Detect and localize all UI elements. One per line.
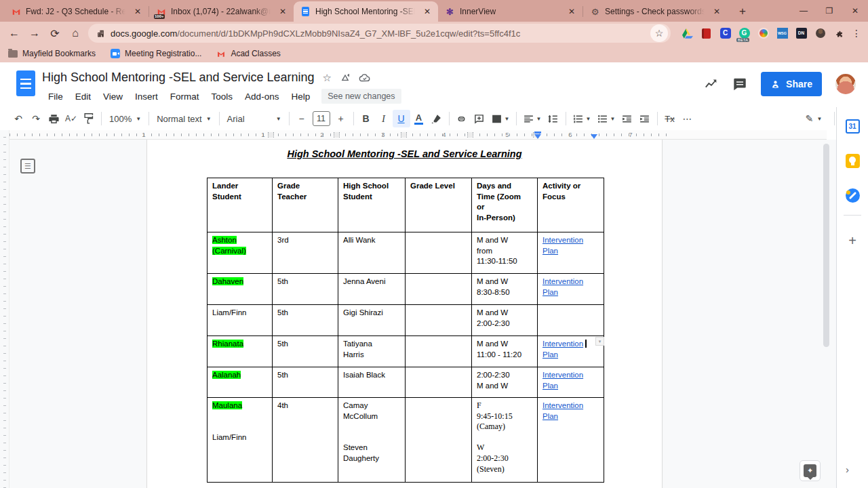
bookmark-acad-classes[interactable]: Acad Classes <box>216 49 280 58</box>
table-cell[interactable]: Activity orFocus <box>538 178 604 232</box>
reload-button[interactable]: ⟳ <box>45 24 65 43</box>
wsg-extension-icon[interactable]: WSG <box>776 28 788 39</box>
paint-format-button[interactable] <box>80 110 98 127</box>
table-cell[interactable]: Gigi Shirazi <box>338 305 406 336</box>
restore-button[interactable]: ❐ <box>816 6 842 16</box>
table-cell[interactable]: M and W2:00-2:30 <box>472 305 538 336</box>
table-cell[interactable]: InterventionPlan <box>538 274 604 305</box>
drive-extension-icon[interactable] <box>682 28 693 39</box>
star-document-icon[interactable]: ☆ <box>323 72 332 84</box>
ruler-column-marker[interactable] <box>334 132 340 138</box>
table-cell[interactable]: Aalanah <box>208 367 273 398</box>
insert-link-button[interactable] <box>453 110 471 127</box>
close-icon[interactable]: ✕ <box>132 6 143 17</box>
table-cell[interactable]: TatiyanaHarris <box>338 336 406 367</box>
intervention-plan-link[interactable]: Intervention <box>542 236 583 244</box>
align-button[interactable]: ▼ <box>520 110 545 127</box>
back-button[interactable]: ← <box>4 24 24 43</box>
table-cell[interactable]: High SchoolStudent <box>338 178 406 232</box>
tab-google-docs-active[interactable]: High School Mentoring -SEL and ✕ <box>294 1 438 22</box>
show-document-outline-icon[interactable]: ☰ <box>20 159 35 174</box>
table-cell[interactable] <box>406 336 472 367</box>
table-cell[interactable]: InterventionPlan▾ <box>538 336 604 367</box>
table-cell[interactable]: Alli Wank <box>338 232 406 274</box>
tasks-icon[interactable] <box>846 188 860 203</box>
zoom-select[interactable]: 100%▼ <box>105 110 145 127</box>
paragraph-style-select[interactable]: Normal text▼ <box>153 110 215 127</box>
table-cell[interactable]: 5th <box>273 274 338 305</box>
table-cell[interactable]: Days andTime (ZoomorIn-Person) <box>472 178 538 232</box>
highlight-color-button[interactable] <box>428 110 446 127</box>
document-title[interactable]: High School Mentoring -SEL and Service L… <box>42 70 315 85</box>
move-to-drive-icon[interactable] <box>340 73 351 83</box>
table-cell[interactable]: F9:45-10:15(Camay) W2:00-2:30(Steven) <box>472 398 538 483</box>
table-cell[interactable]: 5th <box>273 336 338 367</box>
decrease-font-size-button[interactable]: − <box>293 110 311 127</box>
see-new-changes-button[interactable]: See new changes <box>321 89 401 104</box>
table-cell[interactable] <box>406 398 472 483</box>
grammarly-extension-icon[interactable]: GBETA <box>738 28 750 39</box>
menu-insert[interactable]: Insert <box>130 89 163 104</box>
tab-gmail-thread[interactable]: Fwd: J2 - Q3 Schedule - Reply Re ✕ <box>4 1 149 22</box>
table-cell[interactable]: M and W11:00 - 11:20 <box>472 336 538 367</box>
new-tab-button[interactable]: + <box>734 5 751 18</box>
profile-extension-icon[interactable] <box>814 28 826 39</box>
table-cell[interactable]: Isaiah Black <box>338 367 406 398</box>
explore-button[interactable]: ✦ <box>800 460 821 481</box>
intervention-plan-link[interactable]: Intervention <box>542 340 583 348</box>
intervention-plan-link[interactable]: Intervention <box>542 371 583 379</box>
table-cell-dropdown[interactable]: ▾ <box>595 337 604 346</box>
add-addon-button[interactable]: + <box>848 233 856 249</box>
ruler-column-marker[interactable] <box>401 132 407 138</box>
table-cell[interactable] <box>406 232 472 274</box>
italic-button[interactable]: I <box>375 110 393 127</box>
table-cell[interactable]: GradeTeacher <box>273 178 338 232</box>
document-page[interactable]: High School Mentoring -SEL and Service L… <box>146 140 663 488</box>
table-cell[interactable]: M and Wfrom11:30-11:50 <box>472 232 538 274</box>
table-cell[interactable]: Ashton(Carnival) <box>208 232 273 274</box>
table-cell[interactable]: M and W8:30-8:50 <box>472 274 538 305</box>
print-button[interactable] <box>45 110 62 127</box>
forward-button[interactable]: → <box>24 24 45 43</box>
spelling-check-button[interactable]: A✓ <box>62 110 80 127</box>
table-cell[interactable] <box>406 305 472 336</box>
font-size-input[interactable]: 11 <box>313 111 330 126</box>
first-line-indent-marker[interactable] <box>534 134 541 139</box>
table-cell[interactable]: InterventionPlan <box>538 398 604 483</box>
decrease-indent-button[interactable] <box>618 110 636 127</box>
window-close-button[interactable]: ✕ <box>842 6 868 16</box>
intervention-plan-link[interactable]: Intervention <box>542 401 583 409</box>
tab-innerview[interactable]: ✻ InnerView ✕ <box>438 1 583 22</box>
undo-button[interactable]: ↶ <box>9 110 27 127</box>
keep-icon[interactable] <box>846 154 860 168</box>
table-cell[interactable]: Rhianata <box>208 336 273 367</box>
intervention-plan-link[interactable]: Plan <box>542 288 558 296</box>
hide-side-panel-chevron[interactable]: › <box>846 464 849 475</box>
intervention-plan-link[interactable]: Plan <box>542 382 558 390</box>
add-comment-button[interactable] <box>471 110 488 127</box>
table-cell[interactable]: LanderStudent <box>208 178 273 232</box>
table-cell[interactable]: 3rd <box>273 232 338 274</box>
document-status-cloud-icon[interactable] <box>359 72 371 84</box>
intervention-plan-link[interactable]: Plan <box>542 412 558 420</box>
close-icon[interactable]: ✕ <box>711 6 722 17</box>
address-bar[interactable]: docs.google.com/document/d/1bDKMpPh9dCXL… <box>88 24 671 43</box>
table-cell[interactable]: InterventionPlan <box>538 232 604 274</box>
calendar-icon[interactable]: 31 <box>846 119 860 134</box>
horizontal-ruler[interactable]: 11234567 <box>9 130 827 140</box>
redo-button[interactable]: ↷ <box>27 110 45 127</box>
bold-button[interactable]: B <box>357 110 375 127</box>
menu-help[interactable]: Help <box>286 89 315 104</box>
numbered-list-button[interactable]: ▼ <box>570 110 594 127</box>
bulleted-list-button[interactable]: ▼ <box>594 110 618 127</box>
vertical-scrollbar[interactable] <box>823 144 829 347</box>
chrome-menu-icon[interactable]: ⋮ <box>852 28 861 39</box>
minimize-button[interactable]: — <box>791 6 816 16</box>
home-button[interactable]: ⌂ <box>65 24 85 43</box>
table-cell[interactable]: Liam/Finn <box>208 305 273 336</box>
bookmark-folder-mayfield[interactable]: Mayfield Bookmarks <box>8 49 96 58</box>
close-icon[interactable]: ✕ <box>566 6 577 17</box>
table-cell[interactable]: 4th <box>273 398 338 483</box>
table-cell[interactable]: CamayMcCollum StevenDaugherty <box>338 398 406 483</box>
line-spacing-button[interactable] <box>545 110 562 127</box>
